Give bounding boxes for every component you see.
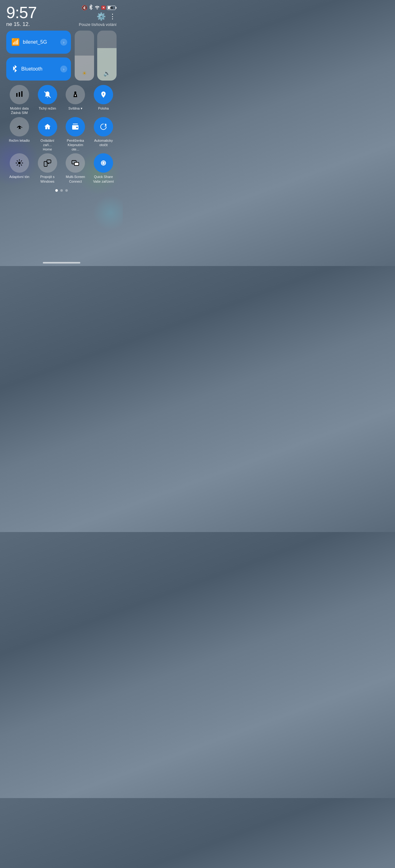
home-button[interactable] xyxy=(38,117,57,136)
svg-line-17 xyxy=(21,165,22,165)
svg-rect-24 xyxy=(74,162,79,165)
svg-rect-9 xyxy=(72,125,79,126)
dot-3 xyxy=(65,189,68,192)
battery-icon: 45 xyxy=(107,6,117,10)
brightness-slider[interactable]: ☀ xyxy=(75,31,94,81)
settings-icon[interactable]: ⚙️ xyxy=(96,12,106,21)
adaptive-tone-button[interactable] xyxy=(10,153,29,173)
bluetooth-tile[interactable]: Bluetooth › xyxy=(6,57,71,81)
quick-item-flashlight: Svítilna ▾ xyxy=(62,85,89,115)
multiscreen-button[interactable] xyxy=(66,153,85,173)
svg-rect-10 xyxy=(76,127,78,128)
home-label: Ovládání zaří...Home xyxy=(36,138,59,152)
dot-2 xyxy=(60,189,63,192)
svg-rect-1 xyxy=(19,92,20,97)
mute-icon: 🔇 xyxy=(82,5,87,11)
rotate-button[interactable] xyxy=(94,117,113,136)
date: ne 15. 12. xyxy=(6,21,36,28)
link-windows-button[interactable] xyxy=(38,153,57,173)
mobile-data-button[interactable] xyxy=(10,85,29,104)
sliders: ☀ 🔊 xyxy=(75,31,117,81)
wifi-tile-icon: 📶 xyxy=(11,38,20,46)
svg-rect-2 xyxy=(21,91,23,97)
svg-point-7 xyxy=(103,93,104,95)
multiscreen-label: Multi-Screen Connect xyxy=(64,175,87,184)
quickshare-button[interactable] xyxy=(94,153,113,173)
top-right: 🔇 ✕ xyxy=(79,4,117,27)
rotate-label: Automaticky otočit xyxy=(92,138,115,147)
airplane-label: Režim letadlo xyxy=(9,138,30,143)
quick-item-link-windows: Propojit s Windows xyxy=(34,153,61,184)
quick-item-location: Poloha xyxy=(90,85,117,115)
quick-item-quickshare: Quick ShareVaše zařízení xyxy=(90,153,117,184)
adaptive-tone-label: Adaptivní tón xyxy=(9,175,29,179)
page-dots xyxy=(6,189,117,192)
flashlight-button[interactable] xyxy=(66,85,85,104)
quick-item-wallet: PeněženkaKlepnutím ote... xyxy=(62,117,89,152)
quick-item-home: Ovládání zaří...Home xyxy=(34,117,61,152)
wifi-tile[interactable]: 📶 bilenet_5G › xyxy=(6,31,71,54)
battery-level: 45 xyxy=(110,6,113,9)
screen: 9:57 ne 15. 12. 🔇 xyxy=(0,0,123,266)
bt-tile-icon xyxy=(11,64,18,74)
quick-item-airplane: Režim letadlo xyxy=(6,117,32,152)
svg-rect-0 xyxy=(16,93,18,97)
location-label: Poloha xyxy=(98,106,109,111)
status-icons: 🔇 ✕ xyxy=(82,4,117,11)
quick-item-silent: Tichý režim xyxy=(34,85,61,115)
quick-item-mobile-data: Mobilní dataŽádná SIM xyxy=(6,85,32,115)
clock: 9:57 xyxy=(6,4,36,21)
more-icon[interactable]: ⋮ xyxy=(109,13,117,20)
svg-line-16 xyxy=(17,161,18,161)
silent-label: Tichý režim xyxy=(39,106,56,111)
volume-icon: 🔊 xyxy=(104,70,110,81)
svg-point-11 xyxy=(18,162,21,164)
left-tiles: 📶 bilenet_5G › Bluetooth › xyxy=(6,31,71,81)
svg-rect-21 xyxy=(47,160,51,163)
silent-button[interactable] xyxy=(38,85,57,104)
wifi-chevron[interactable]: › xyxy=(60,39,67,45)
quick-item-multiscreen: Multi-Screen Connect xyxy=(62,153,89,184)
bt-tile-label: Bluetooth xyxy=(21,66,43,72)
bt-chevron[interactable]: › xyxy=(60,66,67,72)
brightness-icon: ☀ xyxy=(82,70,87,81)
tiles-area: 📶 bilenet_5G › Bluetooth › ☀ xyxy=(6,31,117,81)
time-block: 9:57 ne 15. 12. xyxy=(6,4,36,28)
svg-rect-4 xyxy=(74,91,76,94)
no-sim-icon: ✕ xyxy=(101,6,106,10)
quick-item-rotate: Automaticky otočit xyxy=(90,117,117,152)
wifi-status-icon xyxy=(94,5,100,10)
svg-rect-5 xyxy=(75,95,76,96)
home-bar xyxy=(43,262,80,264)
wallet-label: PeněženkaKlepnutím ote... xyxy=(64,138,87,152)
quick-item-adaptive-tone: Adaptivní tón xyxy=(6,153,32,184)
location-button[interactable] xyxy=(94,85,113,104)
svg-line-19 xyxy=(17,165,18,165)
dot-1 xyxy=(55,189,58,192)
airplane-button[interactable] xyxy=(10,117,29,136)
emergency-text: Pouze tísňová volání xyxy=(79,22,117,27)
controls-row: ⚙️ ⋮ xyxy=(96,12,117,21)
quick-grid: Mobilní dataŽádná SIM Tichý režim Svítil… xyxy=(6,85,117,184)
svg-line-18 xyxy=(21,161,22,161)
link-windows-label: Propojit s Windows xyxy=(36,175,59,184)
quickshare-label: Quick ShareVaše zařízení xyxy=(93,175,114,184)
flashlight-label: Svítilna ▾ xyxy=(68,106,83,111)
mobile-data-label: Mobilní dataŽádná SIM xyxy=(10,106,29,115)
wallet-button[interactable] xyxy=(66,117,85,136)
volume-slider[interactable]: 🔊 xyxy=(97,31,117,81)
bluetooth-status-icon xyxy=(89,4,93,11)
wifi-tile-label: bilenet_5G xyxy=(23,39,47,45)
status-bar: 9:57 ne 15. 12. 🔇 xyxy=(6,4,117,28)
